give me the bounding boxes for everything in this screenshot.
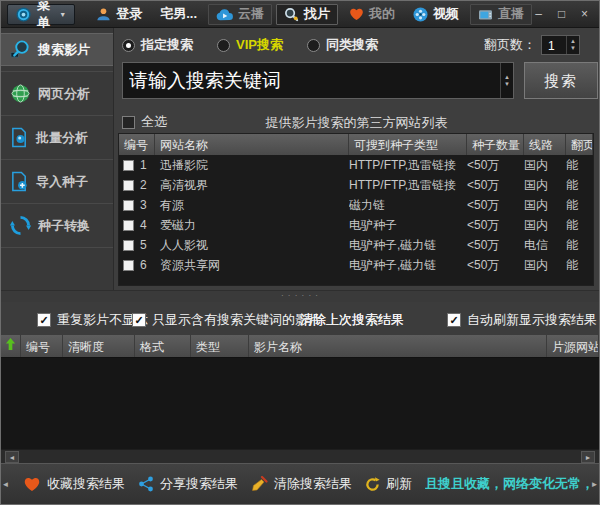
page-count-value: 1 bbox=[542, 36, 566, 54]
sidebar-item-import-seed[interactable]: 导入种子 bbox=[1, 165, 113, 198]
toolbar-item-mine[interactable]: 我的 bbox=[342, 4, 402, 25]
radio-similar-search[interactable]: 同类搜索 bbox=[307, 36, 378, 54]
radio-label: 指定搜索 bbox=[141, 36, 193, 54]
close-button[interactable]: × bbox=[578, 7, 591, 21]
toolbar-item-cloud-play[interactable]: 云播 bbox=[208, 4, 272, 25]
divider bbox=[1, 203, 113, 204]
radio-icon bbox=[217, 39, 230, 52]
col-header-clarity[interactable]: 清晰度 bbox=[63, 335, 135, 357]
scroll-left-button[interactable]: ◄ bbox=[5, 451, 19, 463]
divider bbox=[1, 115, 113, 116]
row-checkbox[interactable] bbox=[123, 200, 134, 211]
convert-arrows-icon bbox=[10, 215, 31, 236]
cell-types: 电驴种子 bbox=[349, 217, 467, 234]
col-header-type[interactable]: 类型 bbox=[191, 335, 249, 357]
refresh-button[interactable]: 刷新 bbox=[365, 475, 412, 493]
cell-name: 有源 bbox=[155, 197, 349, 214]
col-header-line: 线路 bbox=[524, 134, 566, 155]
col-header-format[interactable]: 格式 bbox=[135, 335, 191, 357]
toolbar-item-find-film[interactable]: 找片 bbox=[276, 4, 338, 25]
cell-num: 2 bbox=[140, 178, 147, 192]
document-search-icon bbox=[10, 127, 29, 148]
results-table-body[interactable] bbox=[1, 357, 599, 449]
menu-button[interactable]: 菜单 ▼ bbox=[7, 4, 75, 25]
row-checkbox[interactable] bbox=[123, 160, 134, 171]
splitter-handle[interactable]: · · · · · · bbox=[1, 290, 599, 302]
filter-auto-refresh[interactable]: ✓ 自动刷新显示搜索结果 bbox=[447, 311, 597, 329]
chevron-down-icon: ▼ bbox=[59, 11, 66, 18]
row-checkbox[interactable] bbox=[123, 260, 134, 271]
button-label: 收藏搜索结果 bbox=[47, 475, 125, 493]
sidebar-item-seed-convert[interactable]: 种子转换 bbox=[1, 209, 113, 242]
filter-only-keyword[interactable]: ✓ 只显示含有搜索关键词的影片 清除上次搜索结果 bbox=[132, 311, 404, 329]
toolbar-scroll-left-icon[interactable]: ◄ bbox=[1, 480, 10, 489]
row-checkbox[interactable] bbox=[123, 220, 134, 231]
cell-page: 能 bbox=[566, 217, 593, 234]
sort-arrow-icon[interactable] bbox=[1, 335, 21, 357]
cell-name: 高清视界 bbox=[155, 177, 349, 194]
stepper-down-icon[interactable]: ▼ bbox=[570, 45, 576, 52]
table-row[interactable]: 6 资源共享网 电驴种子,磁力链 <50万 国内 能 bbox=[119, 255, 593, 275]
sidebar-item-batch-analysis[interactable]: 批量分析 bbox=[1, 121, 113, 154]
search-mode-radios: 指定搜索 VIP搜索 同类搜索 bbox=[122, 36, 378, 54]
table-row[interactable]: 5 人人影视 电驴种子,磁力链 <50万 电信 能 bbox=[119, 235, 593, 255]
divider bbox=[1, 71, 113, 72]
favorite-results-button[interactable]: 收藏搜索结果 bbox=[23, 475, 125, 493]
maximize-button[interactable]: □ bbox=[555, 7, 568, 21]
cell-num: 4 bbox=[140, 218, 147, 232]
cell-name: 迅播影院 bbox=[155, 157, 349, 174]
cell-types: HTTP/FTP,迅雷链接 bbox=[349, 177, 467, 194]
checkbox-checked-icon[interactable]: ✓ bbox=[37, 313, 51, 327]
search-panel: 指定搜索 VIP搜索 同类搜索 翻页数： 1 ▲ ▼ bbox=[114, 28, 599, 290]
col-header-title[interactable]: 影片名称 bbox=[249, 335, 547, 357]
filter-overlap-label: 清除上次搜索结果 bbox=[300, 311, 404, 329]
cell-count: <50万 bbox=[467, 197, 524, 214]
checkbox-checked-icon[interactable]: ✓ bbox=[447, 313, 461, 327]
share-results-button[interactable]: 分享搜索结果 bbox=[138, 475, 238, 493]
table-row[interactable]: 3 有源 磁力链 <50万 国内 能 bbox=[119, 195, 593, 215]
cell-page: 能 bbox=[566, 237, 593, 254]
toolbar-item-label: 云播 bbox=[238, 5, 264, 23]
toolbar-item-video[interactable]: 视频 bbox=[406, 4, 466, 25]
radio-specified-search[interactable]: 指定搜索 bbox=[122, 36, 193, 54]
row-checkbox[interactable] bbox=[123, 240, 134, 251]
toolbar-item-live[interactable]: 直播 bbox=[470, 4, 532, 25]
divider bbox=[1, 247, 113, 248]
site-list-title: 提供影片搜索的第三方网站列表 bbox=[114, 114, 599, 132]
toolbar-scroll-right-icon[interactable]: ► bbox=[590, 480, 599, 489]
sidebar-item-label: 搜索影片 bbox=[38, 41, 90, 59]
sidebar-item-page-analysis[interactable]: 网页分析 bbox=[1, 77, 113, 110]
toolbar-item-label: 直播 bbox=[498, 5, 524, 23]
scroll-right-button[interactable]: ► bbox=[581, 451, 595, 463]
minimize-button[interactable]: – bbox=[532, 7, 545, 21]
keyword-input[interactable] bbox=[123, 63, 500, 98]
cell-line: 电信 bbox=[524, 237, 566, 254]
col-header-source[interactable]: 片源网站 bbox=[547, 335, 599, 357]
horizontal-scrollbar[interactable]: ◄ ► bbox=[1, 449, 599, 463]
cell-page: 能 bbox=[566, 177, 593, 194]
checkbox-checked-icon[interactable]: ✓ bbox=[132, 313, 146, 327]
app-window: 菜单 ▼ 登录 宅男... 云播 找片 我的 视频 直播 bbox=[0, 0, 600, 505]
radio-vip-search[interactable]: VIP搜索 bbox=[217, 36, 283, 54]
toolbar-item-login[interactable]: 登录 bbox=[89, 4, 149, 25]
keyword-combobox: ▲ ▼ bbox=[122, 62, 514, 99]
search-button[interactable]: 搜索 bbox=[524, 62, 598, 99]
cell-types: 磁力链 bbox=[349, 197, 467, 214]
stepper-up-icon[interactable]: ▲ bbox=[570, 38, 576, 45]
toolbar-item-zhainan[interactable]: 宅男... bbox=[153, 4, 204, 25]
page-count-stepper[interactable]: 1 ▲ ▼ bbox=[541, 35, 580, 55]
table-row[interactable]: 4 爱磁力 电驴种子 <50万 国内 能 bbox=[119, 215, 593, 235]
clear-results-button[interactable]: 清除搜索结果 bbox=[251, 475, 352, 493]
tv-icon bbox=[478, 8, 493, 21]
combo-up-icon[interactable]: ▲ bbox=[504, 74, 510, 81]
film-reel-icon bbox=[413, 7, 428, 22]
row-checkbox[interactable] bbox=[123, 180, 134, 191]
combo-down-icon[interactable]: ▼ bbox=[504, 81, 510, 88]
magnifier-icon bbox=[284, 7, 299, 22]
share-icon bbox=[138, 476, 154, 492]
table-row[interactable]: 1 迅播影院 HTTP/FTP,迅雷链接 <50万 国内 能 bbox=[119, 155, 593, 175]
sidebar: 搜索影片 网页分析 批量分析 导入种子 种子转换 bbox=[1, 28, 114, 290]
sidebar-item-search-film[interactable]: 搜索影片 bbox=[1, 33, 113, 66]
col-header-num[interactable]: 编号 bbox=[21, 335, 63, 357]
table-row[interactable]: 2 高清视界 HTTP/FTP,迅雷链接 <50万 国内 能 bbox=[119, 175, 593, 195]
